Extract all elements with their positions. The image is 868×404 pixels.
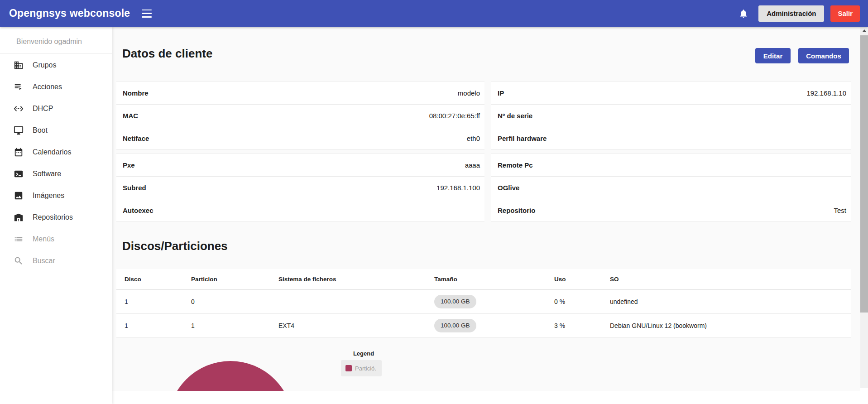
pie-slice bbox=[168, 361, 293, 391]
scrollbar-thumb[interactable] bbox=[860, 35, 868, 313]
sidebar-item-label: Grupos bbox=[33, 61, 56, 69]
notifications-icon[interactable] bbox=[739, 9, 748, 19]
field-row-autoexec: Autoexec bbox=[116, 199, 484, 222]
menu-icon[interactable] bbox=[142, 10, 153, 18]
field-value: 192.168.1.100 bbox=[436, 184, 480, 192]
field-label: IP bbox=[498, 89, 504, 97]
field-row-ip: IP 192.168.1.10 bbox=[491, 82, 851, 105]
column-header-uso: Uso bbox=[554, 276, 610, 283]
sidebar-item-repositorios[interactable]: Repositorios bbox=[0, 207, 112, 228]
client-fields-group: IP 192.168.1.10 Nº de serie Perfil hardw… bbox=[491, 82, 851, 150]
administration-button[interactable]: Administración bbox=[758, 5, 824, 22]
client-fields-group: Nombre modelo MAC 08:00:27:0e:65:ff Neti… bbox=[116, 82, 484, 150]
column-header-particion: Particion bbox=[191, 276, 278, 283]
sidebar-item-label: Boot bbox=[33, 126, 48, 135]
sidebar-item-dhcp[interactable]: DHCP bbox=[0, 98, 112, 120]
field-row-subred: Subred 192.168.1.100 bbox=[116, 177, 484, 199]
field-row-repositorio: Repositorio Test bbox=[491, 199, 851, 222]
client-fields-group: Remote Pc OGlive Repositorio Test bbox=[491, 154, 851, 222]
sidebar-item-grupos[interactable]: Grupos bbox=[0, 54, 112, 76]
sidebar-item-label: Menús bbox=[33, 235, 54, 243]
field-row-remote-pc: Remote Pc bbox=[491, 154, 851, 177]
sidebar-item-label: Software bbox=[33, 170, 61, 178]
edit-button[interactable]: Editar bbox=[755, 48, 791, 63]
table-row: 1 1 EXT4 100.00 GB 3 % Debian GNU/Linux … bbox=[116, 314, 851, 338]
cell-particion: 0 bbox=[191, 298, 278, 305]
sidebar-item-software[interactable]: Software bbox=[0, 163, 112, 185]
field-label: Autoexec bbox=[123, 207, 153, 214]
top-app-bar: Opengnsys webconsole Administración Sali… bbox=[0, 0, 868, 27]
field-label: Netiface bbox=[123, 135, 149, 142]
column-header-disco: Disco bbox=[125, 276, 191, 283]
main-content: Datos de cliente Editar Comandos Nombre … bbox=[112, 27, 860, 404]
field-label: Perfil hardware bbox=[498, 135, 547, 142]
terminal-icon bbox=[14, 169, 24, 179]
field-row-serial: Nº de serie bbox=[491, 105, 851, 127]
sidebar-item-boot[interactable]: Boot bbox=[0, 120, 112, 141]
sidebar-item-menus[interactable]: Menús bbox=[0, 228, 112, 250]
table-row: 1 0 100.00 GB 0 % undefined bbox=[116, 290, 851, 314]
chart-legend: Legend Partició… bbox=[341, 350, 386, 376]
legend-item[interactable]: Partició… bbox=[341, 360, 382, 376]
sidebar-item-acciones[interactable]: Acciones bbox=[0, 76, 112, 98]
building-icon bbox=[14, 60, 24, 70]
field-label: Pxe bbox=[123, 161, 135, 169]
sidebar-item-label: DHCP bbox=[33, 105, 53, 113]
column-header-size: Tamaño bbox=[434, 276, 554, 283]
list-icon bbox=[14, 234, 24, 244]
field-value: 08:00:27:0e:65:ff bbox=[429, 112, 480, 120]
legend-title: Legend bbox=[341, 350, 386, 357]
sidebar-item-imagenes[interactable]: Imágenes bbox=[0, 185, 112, 207]
warehouse-icon bbox=[14, 212, 24, 222]
field-row-mac: MAC 08:00:27:0e:65:ff bbox=[116, 105, 484, 127]
legend-label: Partició… bbox=[355, 365, 377, 372]
field-label: Repositorio bbox=[498, 207, 535, 214]
sidebar-item-buscar[interactable]: Buscar bbox=[0, 250, 112, 272]
client-fields-group: Pxe aaaa Subred 192.168.1.100 Autoexec bbox=[116, 154, 484, 222]
partitions-table: Disco Particion Sistema de ficheros Tama… bbox=[116, 269, 851, 338]
cell-disco: 1 bbox=[125, 322, 191, 329]
opengnsys-webconsole: Opengnsys webconsole Administración Sali… bbox=[0, 0, 868, 404]
field-value: Test bbox=[834, 207, 846, 214]
field-label: Nº de serie bbox=[498, 112, 532, 120]
welcome-text: Bienvenido ogadmin bbox=[0, 27, 112, 53]
sidebar-item-calendarios[interactable]: Calendarios bbox=[0, 141, 112, 163]
cell-uso: 0 % bbox=[554, 298, 610, 305]
field-value: aaaa bbox=[465, 161, 480, 169]
field-label: OGlive bbox=[498, 184, 519, 192]
column-header-so: SO bbox=[610, 276, 851, 283]
image-icon bbox=[14, 191, 24, 201]
field-label: MAC bbox=[123, 112, 138, 120]
field-value: 192.168.1.10 bbox=[806, 89, 846, 97]
table-header-row: Disco Particion Sistema de ficheros Tama… bbox=[116, 269, 851, 290]
commands-button[interactable]: Comandos bbox=[798, 48, 849, 63]
field-value: eth0 bbox=[467, 135, 480, 142]
cell-particion: 1 bbox=[191, 322, 278, 329]
field-label: Remote Pc bbox=[498, 161, 533, 169]
vertical-scrollbar[interactable] bbox=[860, 27, 868, 388]
partitions-heading: Discos/Particiones bbox=[122, 239, 228, 253]
client-data-heading: Datos de cliente bbox=[122, 47, 212, 61]
cell-disco: 1 bbox=[125, 298, 191, 305]
ethernet-icon bbox=[14, 104, 24, 114]
sidebar-item-label: Calendarios bbox=[33, 148, 71, 156]
field-row-pxe: Pxe aaaa bbox=[116, 154, 484, 177]
field-label: Subred bbox=[123, 184, 146, 192]
field-row-netiface: Netiface eth0 bbox=[116, 127, 484, 150]
partition-pie-chart: Legend Partició… bbox=[112, 342, 860, 391]
scrollbar-up-arrow[interactable] bbox=[860, 27, 868, 34]
actions-list-icon bbox=[14, 82, 24, 92]
sidebar-item-label: Acciones bbox=[33, 83, 62, 91]
field-row-nombre: Nombre modelo bbox=[116, 82, 484, 105]
monitor-icon bbox=[14, 125, 24, 135]
field-row-oglive: OGlive bbox=[491, 177, 851, 199]
sidebar-item-label: Imágenes bbox=[33, 192, 64, 200]
cell-filesystem: EXT4 bbox=[278, 322, 434, 329]
search-icon bbox=[14, 256, 24, 266]
column-header-filesystem: Sistema de ficheros bbox=[278, 276, 434, 283]
cell-so: Debian GNU/Linux 12 (bookworm) bbox=[610, 322, 851, 329]
sidebar-item-label: Buscar bbox=[33, 257, 55, 265]
sidebar-item-label: Repositorios bbox=[33, 213, 73, 221]
calendar-icon bbox=[14, 147, 24, 157]
logout-button[interactable]: Salir bbox=[830, 5, 860, 22]
